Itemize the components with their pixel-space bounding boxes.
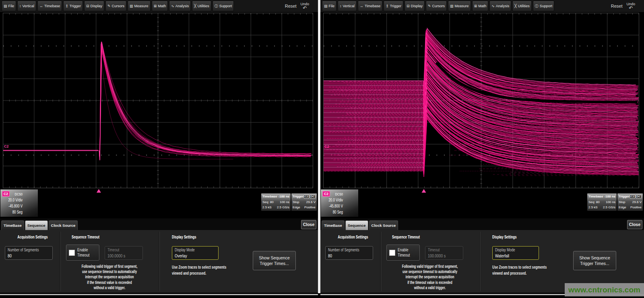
trigger-descriptor[interactable]: TriggerC2DC Stop29.6 V EdgePositive — [617, 193, 643, 211]
trigger-coupling-badge: DC — [310, 195, 316, 199]
menu-vertical-button[interactable]: ↕Vertical — [338, 1, 357, 11]
note-line: without a valid trigger. — [74, 285, 145, 290]
timeout-field: Timeout 100.0000 s — [425, 246, 463, 260]
menu-file-button[interactable]: ▤File — [322, 1, 336, 11]
menu-display-button[interactable]: ⊟Display — [84, 1, 104, 11]
number-of-segments-field[interactable]: Number of Segments 80 — [5, 246, 53, 260]
enable-timeout-button[interactable]: EnableTimeout — [66, 245, 99, 261]
undo-button[interactable]: Undo ↶ — [626, 2, 635, 10]
channel-offset: -45.800 V — [325, 203, 343, 209]
support-icon: ⓘ — [535, 4, 539, 8]
timebase-value: -188 ns — [604, 194, 615, 199]
menu-cursors-button[interactable]: ✎Cursors — [105, 1, 126, 11]
tab-timebase[interactable]: TimeBase — [322, 220, 345, 230]
show-sequence-line2: Trigger Times... — [253, 261, 295, 266]
show-sequence-trigger-times-button[interactable]: Show Sequence Trigger Times... — [573, 251, 616, 270]
menu-support-button[interactable]: ⓘSupport — [533, 1, 555, 11]
timebase-value: -188 ns — [278, 194, 289, 199]
menu-utilities-button[interactable]: ╳Utilities — [512, 1, 531, 11]
enable-timeout-checkbox[interactable] — [389, 250, 395, 256]
scope-panel-1: ▤File↕Vertical↔Timebase↥Trigger⊟Display✎… — [320, 0, 644, 298]
show-sequence-line1: Show Sequence — [253, 255, 295, 261]
undo-icon: ↶ — [303, 6, 307, 10]
analysis-icon: ∿ — [171, 4, 174, 8]
menu-measure-button[interactable]: ▥Measure — [128, 1, 151, 11]
note-line: Use Zoom traces to select segments — [172, 265, 226, 271]
channel-descriptor-c2[interactable]: C2 DC50 20.0 V/div -45.800 V 80 Seg — [321, 189, 358, 217]
menu-cursors-button[interactable]: ✎Cursors — [426, 1, 447, 11]
menu-cursors-label: Cursors — [112, 4, 125, 8]
sequence-timeout-note: Following valid trigger of first segment… — [394, 264, 466, 290]
vertical-icon: ↕ — [19, 4, 21, 8]
close-button[interactable]: Close — [301, 220, 316, 229]
timeout-value: 100.0000 s — [107, 253, 135, 259]
tab-clock-source[interactable]: Clock Source — [369, 220, 398, 230]
menu-display-button[interactable]: ⊟Display — [405, 1, 425, 11]
menu-math-button[interactable]: ⊞Math — [152, 1, 168, 11]
menu-measure-button[interactable]: ▥Measure — [448, 1, 471, 11]
trigger-slope: Positive — [630, 205, 642, 210]
note-line: if the timeout value is exceeded — [394, 280, 466, 285]
number-of-segments-field[interactable]: Number of Segments 80 — [325, 246, 373, 260]
display-settings-note: Use Zoom traces to select segments viewe… — [172, 265, 226, 276]
menu-trigger-button[interactable]: ↥Trigger — [63, 1, 83, 11]
display-settings-note: Use Zoom traces to select segments viewe… — [492, 265, 547, 276]
menu-vertical-button[interactable]: ↕Vertical — [17, 1, 36, 11]
trigger-source-badge: C2 — [630, 195, 635, 199]
menu-math-button[interactable]: ⊞Math — [472, 1, 489, 11]
tab-sequence[interactable]: Sequence — [345, 220, 368, 230]
menu-trigger-button[interactable]: ↥Trigger — [384, 1, 403, 11]
measure-icon: ▥ — [130, 4, 133, 8]
trigger-descriptor[interactable]: TriggerC2DC Stop29.6 V EdgePositive — [291, 193, 317, 211]
channel-coupling: DC50 — [325, 191, 343, 197]
enable-timeout-checkbox[interactable] — [69, 250, 75, 256]
show-sequence-line2: Trigger Times... — [574, 261, 616, 266]
channel-descriptor-c2[interactable]: C2 DC50 20.0 V/div -45.800 V 80 Seg — [0, 189, 38, 217]
trigger-label: Trigger — [293, 194, 303, 199]
menu-display-label: Display — [91, 4, 103, 8]
menu-cursors-label: Cursors — [432, 4, 445, 8]
timeout-value: 100.0000 s — [428, 253, 456, 259]
number-of-segments-value: 80 — [328, 253, 364, 259]
menu-analysis-button[interactable]: ∿Analysis — [169, 1, 191, 11]
tab-sequence[interactable]: Sequence — [25, 220, 48, 230]
dialog-tab-bar: TimeBase Sequence Clock Source Close — [0, 218, 318, 230]
undo-button[interactable]: Undo ↶ — [300, 2, 309, 10]
display-icon: ⊟ — [407, 4, 410, 8]
trigger-slope: Positive — [304, 205, 316, 210]
tab-timebase[interactable]: TimeBase — [1, 220, 24, 230]
reset-button[interactable]: Reset — [285, 4, 297, 8]
note-line: Use Zoom traces to select segments — [492, 265, 547, 271]
menu-utilities-button[interactable]: ╳Utilities — [192, 1, 211, 11]
tab-clock-source[interactable]: Clock Source — [49, 220, 78, 230]
menu-file-button[interactable]: ▤File — [2, 1, 16, 11]
display-mode-select[interactable]: Display Mode Overlay — [172, 246, 219, 260]
display-mode-label: Display Mode — [495, 248, 529, 253]
enable-timeout-label-line1: Enable — [77, 247, 89, 253]
timebase-descriptor[interactable]: Timebase-188 ns Seq: 80100 ns 2.5 kS2.5 … — [587, 193, 617, 211]
menu-timebase-button[interactable]: ↔Timebase — [37, 1, 62, 11]
timeout-label: Timeout — [107, 248, 134, 253]
menu-timebase-button[interactable]: ↔Timebase — [358, 1, 382, 11]
menu-support-button[interactable]: ⓘSupport — [213, 1, 234, 11]
close-button[interactable]: Close — [627, 220, 642, 229]
timebase-descriptor[interactable]: Timebase-188 ns Seq: 80100 ns 2.5 kS2.5 … — [261, 193, 291, 211]
show-sequence-trigger-times-button[interactable]: Show Sequence Trigger Times... — [253, 251, 296, 270]
sequence-timeout-note: Following valid trigger of first segment… — [74, 264, 145, 290]
menu-analysis-button[interactable]: ∿Analysis — [489, 1, 511, 11]
enable-timeout-button[interactable]: EnableTimeout — [386, 245, 420, 261]
waveform-display: C2 — [323, 13, 639, 188]
display-mode-label: Display Mode — [175, 248, 208, 253]
menu-support-label: Support — [219, 4, 232, 8]
file-icon: ▤ — [324, 4, 328, 8]
watermark: www.cntronics.com — [565, 283, 644, 296]
menu-timebase-label: Timebase — [365, 4, 380, 8]
cursors-icon: ✎ — [107, 4, 111, 8]
dialog-separator — [381, 232, 381, 291]
reset-button[interactable]: Reset — [611, 4, 623, 8]
channel-scale: 20.0 V/div — [5, 197, 23, 203]
display-mode-select[interactable]: Display Mode Waterfall — [492, 246, 539, 260]
channel-segments: 80 Seg — [325, 209, 343, 215]
channel-coupling: DC50 — [5, 191, 23, 197]
display-mode-value: Waterfall — [495, 253, 530, 259]
